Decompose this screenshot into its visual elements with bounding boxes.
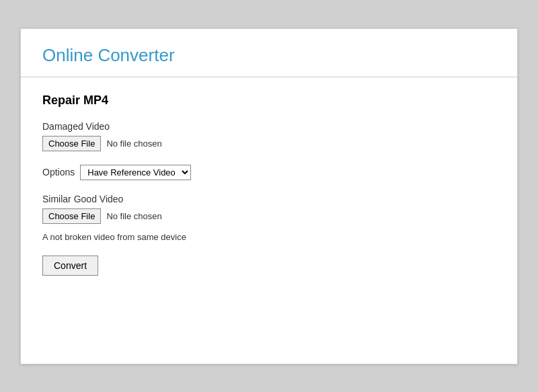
similar-video-choose-button[interactable]: Choose File xyxy=(42,208,101,224)
content-area: Repair MP4 Damaged Video Choose File No … xyxy=(21,77,517,292)
similar-video-label: Similar Good Video xyxy=(42,194,496,204)
similar-video-helper: A not broken video from same device xyxy=(42,232,496,242)
similar-video-section: Similar Good Video Choose File No file c… xyxy=(42,194,496,242)
similar-video-no-file: No file chosen xyxy=(106,211,161,221)
options-select[interactable]: Have Reference Video No Reference Video xyxy=(80,165,191,180)
page-title: Repair MP4 xyxy=(42,93,496,108)
damaged-video-no-file: No file chosen xyxy=(106,139,161,149)
damaged-video-label: Damaged Video xyxy=(42,121,496,132)
damaged-video-input-row: Choose File No file chosen xyxy=(42,136,496,151)
convert-button[interactable]: Convert xyxy=(42,256,98,276)
damaged-video-section: Damaged Video Choose File No file chosen xyxy=(42,121,496,151)
main-window: Online Converter Repair MP4 Damaged Vide… xyxy=(20,28,518,364)
options-row: Options Have Reference Video No Referenc… xyxy=(42,165,496,180)
options-label: Options xyxy=(42,167,75,178)
similar-video-input-row: Choose File No file chosen xyxy=(42,208,496,224)
header: Online Converter xyxy=(21,29,517,77)
app-title: Online Converter xyxy=(42,45,496,66)
damaged-video-choose-button[interactable]: Choose File xyxy=(42,136,101,151)
